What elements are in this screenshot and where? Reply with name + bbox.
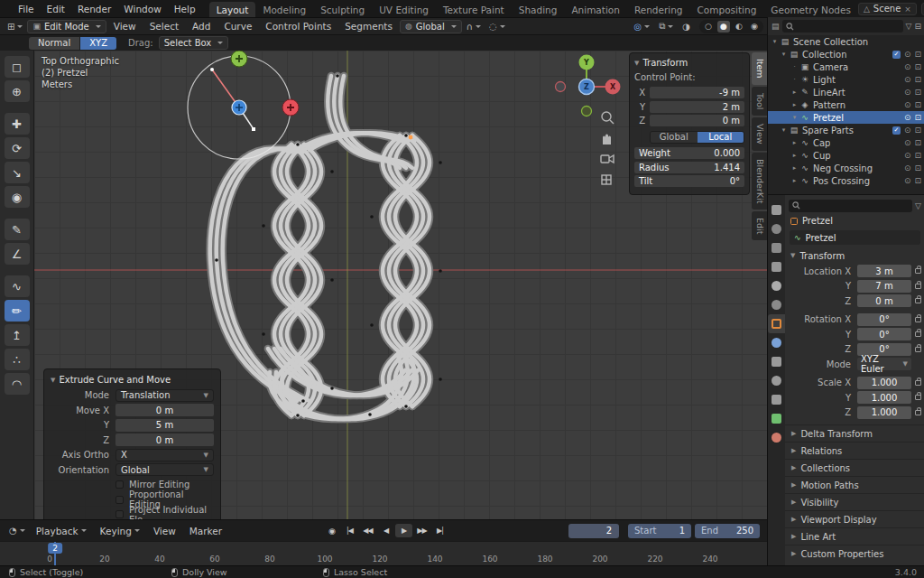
outliner-row-collection[interactable]: ▾▤Collection ✓⊙⊡ xyxy=(768,48,924,61)
disable-viewport-icon[interactable]: ⊡ xyxy=(914,100,921,109)
menu-viewport-add[interactable]: Add xyxy=(186,21,217,32)
expand-icon[interactable]: ▾ xyxy=(770,38,780,45)
axis-neg-x-ball[interactable] xyxy=(556,82,566,92)
expand-icon[interactable]: ▸ xyxy=(790,101,799,108)
disable-viewport-icon[interactable]: ⊡ xyxy=(914,151,921,160)
tool-randomize[interactable]: ∴ xyxy=(5,349,30,370)
properties-tab-constraints[interactable] xyxy=(768,390,785,409)
frame-end-field[interactable]: End 250 xyxy=(695,524,760,538)
proportional-edit-button[interactable]: ◌ xyxy=(485,20,509,33)
rotation-y-field[interactable]: 0° xyxy=(857,328,911,340)
extrude-plus-y-handle[interactable] xyxy=(231,51,247,67)
disable-viewport-icon[interactable]: ⊡ xyxy=(914,75,921,84)
expand-icon[interactable]: ▸ xyxy=(790,177,799,184)
zoom-icon[interactable] xyxy=(602,112,614,124)
median-y-field[interactable]: 2 m xyxy=(650,101,744,113)
hide-eye-icon[interactable]: ⊙ xyxy=(904,138,911,147)
disable-viewport-icon[interactable]: ⊡ xyxy=(914,163,921,172)
axis-neg-y-ball[interactable] xyxy=(582,107,592,117)
tab-tool[interactable]: Tool xyxy=(752,87,767,116)
project-individual-checkbox[interactable] xyxy=(116,510,124,518)
tool-select-box[interactable]: ◻ xyxy=(5,56,30,78)
scale-z-field[interactable]: 1.000 xyxy=(857,406,911,419)
hide-eye-icon[interactable]: ⊙ xyxy=(904,176,911,185)
tool-edit-curve[interactable]: ✏ xyxy=(5,300,30,322)
workspace-tab-layout[interactable]: Layout xyxy=(209,2,256,17)
jump-to-start-button[interactable]: |◀ xyxy=(341,524,358,537)
tab-blenderkit[interactable]: BlenderKit xyxy=(752,153,767,210)
lock-icon[interactable] xyxy=(915,380,921,386)
tool-draw-curve[interactable]: ∿ xyxy=(5,275,30,297)
menu-viewport-curve[interactable]: Curve xyxy=(217,21,258,32)
shading-wireframe-icon[interactable]: ○ xyxy=(702,21,715,33)
disable-viewport-icon[interactable]: ⊡ xyxy=(914,138,921,147)
properties-tab-modifiers[interactable] xyxy=(768,333,785,352)
workspace-tab-animation[interactable]: Animation xyxy=(564,2,627,17)
scene-selector[interactable]: △ Scene × xyxy=(858,3,917,15)
tool-transform[interactable]: ◉ xyxy=(5,186,30,208)
ortho-grid-icon[interactable] xyxy=(602,175,611,184)
workspace-tab-geometry-nodes[interactable]: Geometry Nodes xyxy=(763,2,858,17)
curve-handle-gizmo[interactable] xyxy=(188,51,299,159)
disable-viewport-icon[interactable]: ⊡ xyxy=(914,50,921,59)
menu-control-points[interactable]: Control Points xyxy=(259,21,337,32)
hide-eye-icon[interactable]: ⊙ xyxy=(904,126,911,135)
lock-icon[interactable] xyxy=(915,410,921,415)
scene-unlink-icon[interactable]: × xyxy=(904,5,911,14)
properties-tab-output[interactable] xyxy=(768,238,785,257)
menu-render[interactable]: Render xyxy=(71,4,117,14)
menu-viewport-select[interactable]: Select xyxy=(143,21,185,32)
lock-icon[interactable] xyxy=(915,331,921,337)
outliner-row-pattern[interactable]: ▸◈Pattern ⊙⊡ xyxy=(768,98,924,111)
editor-type-button[interactable]: ⊞ xyxy=(4,20,26,33)
prev-keyframe-button[interactable]: ◀◀ xyxy=(359,524,376,537)
section-visibility[interactable]: ▶Visibility xyxy=(785,493,924,510)
menu-timeline-view[interactable]: View xyxy=(147,526,182,536)
workspace-tab-texture-paint[interactable]: Texture Paint xyxy=(436,2,512,17)
properties-tab-object-data[interactable] xyxy=(768,409,785,428)
section-viewport-display[interactable]: ▶Viewport Display xyxy=(785,510,924,527)
collection-checkbox[interactable]: ✓ xyxy=(892,51,901,59)
outliner-row-pretzel[interactable]: ▾∿Pretzel ⊙⊡ xyxy=(768,111,924,124)
move-center-handle[interactable] xyxy=(232,100,246,115)
tool-shear[interactable]: ◠ xyxy=(5,373,30,395)
filter-funnel-icon[interactable]: ▽ xyxy=(906,22,912,31)
navigation-gizmo[interactable]: Y X Z xyxy=(556,55,621,117)
tool-extrude[interactable]: ↥ xyxy=(5,324,30,346)
location-x-field[interactable]: 3 m xyxy=(857,265,911,277)
shading-solid-icon[interactable]: ● xyxy=(717,21,730,33)
frame-start-field[interactable]: Start 1 xyxy=(628,524,691,538)
lock-icon[interactable] xyxy=(915,298,921,303)
section-collections[interactable]: ▶Collections xyxy=(785,459,924,476)
timeline-ruler[interactable]: 0 20 40 60 80 100 120 140 160 180 200 22… xyxy=(0,541,767,565)
outliner-row-lineart[interactable]: ▸✎LineArt ⊙⊡ xyxy=(768,86,924,98)
hide-eye-icon[interactable]: ⊙ xyxy=(904,100,911,109)
hide-eye-icon[interactable]: ⊙ xyxy=(904,88,911,97)
outliner-row-spare-parts[interactable]: ▾▤Spare Parts ✓⊙⊡ xyxy=(768,124,924,136)
expand-icon[interactable]: ▾ xyxy=(779,51,789,58)
move-x-field[interactable]: 0 m xyxy=(116,404,214,416)
hide-eye-icon[interactable]: ⊙ xyxy=(904,163,911,172)
disable-viewport-icon[interactable]: ⊡ xyxy=(914,176,921,185)
mode-selector[interactable]: ▣ Edit Mode xyxy=(27,20,106,33)
rotation-x-field[interactable]: 0° xyxy=(857,313,911,326)
radius-field[interactable]: Radius1.414 xyxy=(634,162,744,173)
tool-rotate[interactable]: ⟳ xyxy=(5,137,30,159)
properties-tab-object[interactable] xyxy=(768,314,785,333)
properties-tab-view-layer[interactable] xyxy=(768,257,785,276)
collection-checkbox[interactable]: ✓ xyxy=(892,126,901,135)
scale-x-field[interactable]: 1.000 xyxy=(857,377,911,389)
xyz-button[interactable]: XYZ xyxy=(80,37,116,50)
menu-keying[interactable]: Keying xyxy=(94,526,146,536)
section-relations[interactable]: ▶Relations xyxy=(785,442,924,459)
tab-edit[interactable]: Edit xyxy=(752,211,767,240)
tool-annotate[interactable]: ✎ xyxy=(5,219,30,240)
workspace-tab-rendering[interactable]: Rendering xyxy=(627,2,690,17)
transform-panel-header[interactable]: ▼ Transform xyxy=(634,56,744,70)
operator-panel-header[interactable]: ▼ Extrude Curve and Move xyxy=(51,373,214,387)
expand-icon[interactable]: ▸ xyxy=(790,89,799,96)
expand-icon[interactable]: ▸ xyxy=(790,164,799,172)
outliner-row-light[interactable]: ·☀Light ⊙⊡ xyxy=(768,73,924,86)
lock-icon[interactable] xyxy=(915,284,921,289)
outliner-row-camera[interactable]: ·▣Camera ⊙⊡ xyxy=(768,61,924,73)
